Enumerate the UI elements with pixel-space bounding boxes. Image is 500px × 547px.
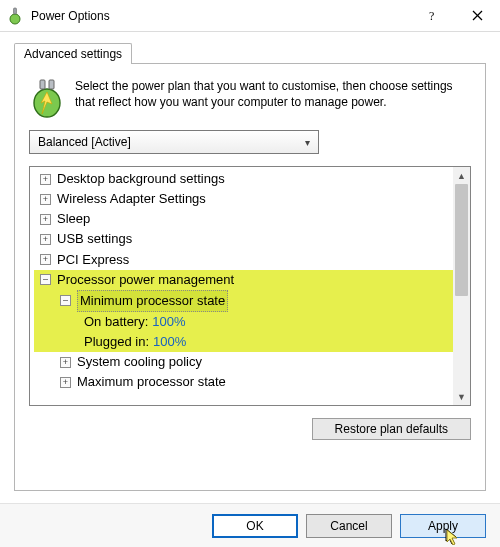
chevron-down-icon: ▾ [305, 137, 310, 148]
tree-item-pci-express[interactable]: +PCI Express [30, 250, 470, 270]
ok-button[interactable]: OK [212, 514, 298, 538]
title-bar: Power Options ? [0, 0, 500, 32]
tree-value-plugged-in[interactable]: Plugged in:100% [34, 332, 466, 352]
tab-strip: Advanced settings [14, 43, 486, 64]
power-plan-selected: Balanced [Active] [38, 135, 131, 149]
expand-icon[interactable]: + [40, 194, 51, 205]
power-plan-icon [29, 78, 65, 118]
tree-item-wireless-adapter[interactable]: +Wireless Adapter Settings [30, 189, 470, 209]
svg-rect-1 [14, 8, 17, 14]
tree-value-on-battery[interactable]: On battery:100% [34, 312, 466, 332]
highlighted-group: –Processor power management –Minimum pro… [34, 270, 466, 353]
scroll-up-icon[interactable]: ▲ [453, 167, 470, 184]
tree-item-max-processor-state[interactable]: +Maximum processor state [30, 372, 470, 392]
tree-item-min-processor-state[interactable]: –Minimum processor state [34, 290, 466, 312]
expand-icon[interactable]: + [40, 234, 51, 245]
dialog-footer: OK Cancel Apply [0, 503, 500, 547]
tab-panel: Select the power plan that you want to c… [14, 63, 486, 491]
expand-icon[interactable]: + [40, 214, 51, 225]
tree-item-system-cooling-policy[interactable]: +System cooling policy [30, 352, 470, 372]
help-button[interactable]: ? [410, 0, 455, 32]
tree-item-processor-power-management[interactable]: –Processor power management [34, 270, 466, 290]
intro-row: Select the power plan that you want to c… [29, 78, 471, 118]
window-title: Power Options [31, 9, 410, 23]
svg-rect-7 [49, 80, 54, 89]
selected-label: Minimum processor state [77, 290, 228, 312]
restore-row: Restore plan defaults [29, 418, 471, 440]
tree-item-desktop-background[interactable]: +Desktop background settings [30, 169, 470, 189]
settings-tree: +Desktop background settings +Wireless A… [29, 166, 471, 406]
tab-advanced-settings[interactable]: Advanced settings [14, 43, 132, 64]
app-icon [6, 7, 24, 25]
scroll-thumb[interactable] [455, 184, 468, 296]
value-plugged-in: 100% [153, 332, 186, 352]
apply-button[interactable]: Apply [400, 514, 486, 538]
scroll-track[interactable] [453, 184, 470, 388]
power-plan-dropdown[interactable]: Balanced [Active] ▾ [29, 130, 319, 154]
value-on-battery: 100% [152, 312, 185, 332]
expand-icon[interactable]: + [60, 377, 71, 388]
collapse-icon[interactable]: – [40, 274, 51, 285]
client-area: Advanced settings Select the power plan … [0, 32, 500, 503]
tree-content: +Desktop background settings +Wireless A… [30, 167, 470, 395]
intro-text: Select the power plan that you want to c… [75, 78, 471, 118]
scroll-down-icon[interactable]: ▼ [453, 388, 470, 405]
expand-icon[interactable]: + [40, 174, 51, 185]
tree-item-usb-settings[interactable]: +USB settings [30, 229, 470, 249]
restore-defaults-button[interactable]: Restore plan defaults [312, 418, 471, 440]
expand-icon[interactable]: + [60, 357, 71, 368]
close-button[interactable] [455, 0, 500, 32]
collapse-icon[interactable]: – [60, 295, 71, 306]
svg-rect-6 [40, 80, 45, 89]
tree-item-sleep[interactable]: +Sleep [30, 209, 470, 229]
expand-icon[interactable]: + [40, 254, 51, 265]
svg-point-0 [10, 14, 20, 24]
svg-text:?: ? [429, 10, 434, 22]
scrollbar[interactable]: ▲ ▼ [453, 167, 470, 405]
cancel-button[interactable]: Cancel [306, 514, 392, 538]
